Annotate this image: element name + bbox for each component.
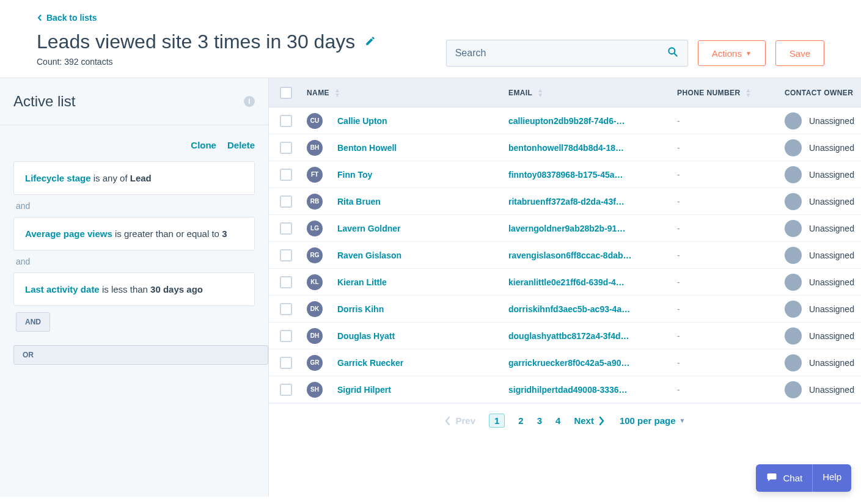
clone-link[interactable]: Clone bbox=[191, 140, 216, 150]
contact-name-link[interactable]: Benton Howell bbox=[337, 143, 397, 153]
contact-email-link[interactable]: douglashyattbc8172a4-3f4d… bbox=[508, 331, 629, 341]
phone-value: - bbox=[677, 250, 680, 260]
edit-icon[interactable] bbox=[365, 35, 376, 49]
add-or-button[interactable]: OR bbox=[13, 345, 268, 365]
owner-value: Unassigned bbox=[809, 224, 854, 233]
pagination-next[interactable]: Next bbox=[574, 415, 605, 426]
phone-value: - bbox=[677, 385, 680, 395]
add-and-button[interactable]: AND bbox=[16, 312, 50, 332]
table-header: NAME ▲▼ EMAIL ▲▼ PHONE NUMBER ▲▼ CONTACT… bbox=[269, 78, 861, 108]
save-button-label: Save bbox=[790, 48, 810, 59]
contact-email-link[interactable]: callieupton2db9b28f-74d6-… bbox=[508, 116, 625, 126]
phone-value: - bbox=[677, 143, 680, 153]
sort-icon: ▲▼ bbox=[745, 88, 751, 98]
back-to-lists-link[interactable]: Back to lists bbox=[37, 13, 97, 23]
svg-line-1 bbox=[674, 54, 676, 56]
help-button[interactable]: Help bbox=[813, 464, 851, 492]
column-email[interactable]: EMAIL ▲▼ bbox=[508, 88, 677, 98]
pagination-page-4[interactable]: 4 bbox=[555, 415, 560, 426]
row-checkbox[interactable] bbox=[280, 222, 292, 235]
contact-name-link[interactable]: Finn Toy bbox=[337, 170, 372, 180]
chat-button[interactable]: Chat bbox=[756, 464, 813, 492]
contact-name-link[interactable]: Raven Gislason bbox=[337, 250, 401, 260]
column-name[interactable]: NAME ▲▼ bbox=[307, 88, 508, 98]
column-phone-label: PHONE NUMBER bbox=[677, 89, 740, 97]
contact-email-link[interactable]: laverngoldner9ab28b2b-91… bbox=[508, 224, 625, 233]
avatar: DK bbox=[307, 301, 323, 317]
contact-name-link[interactable]: Sigrid Hilpert bbox=[337, 385, 391, 395]
contact-email-link[interactable]: kieranlittle0e21ff6d-639d-4… bbox=[508, 277, 625, 287]
phone-value: - bbox=[677, 304, 680, 314]
caret-down-icon: ▼ bbox=[746, 50, 752, 57]
contact-name-link[interactable]: Dorris Kihn bbox=[337, 304, 384, 314]
row-checkbox[interactable] bbox=[280, 330, 292, 342]
column-phone[interactable]: PHONE NUMBER ▲▼ bbox=[677, 88, 785, 98]
search-input-container[interactable] bbox=[446, 40, 688, 67]
connector-and: and bbox=[13, 195, 255, 217]
contact-name-link[interactable]: Rita Bruen bbox=[337, 197, 381, 206]
delete-link[interactable]: Delete bbox=[227, 140, 255, 150]
contact-email-link[interactable]: sigridhilpertdad49008-3336… bbox=[508, 385, 628, 395]
row-checkbox[interactable] bbox=[280, 195, 292, 208]
actions-button-label: Actions bbox=[712, 48, 742, 59]
pagination-page-2[interactable]: 2 bbox=[518, 415, 523, 426]
owner-avatar bbox=[785, 354, 802, 371]
pagination-page-3[interactable]: 3 bbox=[537, 415, 542, 426]
contact-email-link[interactable]: garrickruecker8f0c42a5-a90… bbox=[508, 358, 629, 368]
search-icon bbox=[667, 46, 679, 60]
owner-value: Unassigned bbox=[809, 304, 854, 314]
contact-name-link[interactable]: Callie Upton bbox=[337, 116, 387, 126]
row-checkbox[interactable] bbox=[280, 384, 292, 396]
contact-name-link[interactable]: Garrick Ruecker bbox=[337, 358, 403, 368]
filter-property: Lifecycle stage bbox=[25, 173, 91, 183]
contact-email-link[interactable]: ritabruenff372af8-d2da-43f… bbox=[508, 197, 625, 206]
owner-value: Unassigned bbox=[809, 143, 854, 153]
contact-email-link[interactable]: finntoy08378968-b175-45a… bbox=[508, 170, 623, 180]
avatar: RB bbox=[307, 194, 323, 210]
avatar: LG bbox=[307, 221, 323, 236]
contact-email-link[interactable]: ravengislason6ff8ccac-8dab… bbox=[508, 250, 632, 260]
search-input[interactable] bbox=[455, 48, 667, 59]
row-checkbox[interactable] bbox=[280, 249, 292, 261]
filter-card-lifecycle-stage[interactable]: Lifecycle stage is any of Lead bbox=[13, 161, 255, 195]
owner-avatar bbox=[785, 166, 802, 183]
contact-email-link[interactable]: dorriskihnfd3aec5b-ac93-4a… bbox=[508, 304, 630, 314]
row-checkbox[interactable] bbox=[280, 169, 292, 181]
phone-value: - bbox=[677, 358, 680, 368]
table-row: DK Dorris Kihn dorriskihnfd3aec5b-ac93-4… bbox=[269, 296, 861, 323]
row-checkbox[interactable] bbox=[280, 357, 292, 369]
owner-value: Unassigned bbox=[809, 358, 854, 368]
filter-card-avg-page-views[interactable]: Average page views is greater than or eq… bbox=[13, 217, 255, 250]
select-all-checkbox[interactable] bbox=[280, 87, 292, 99]
row-checkbox[interactable] bbox=[280, 142, 292, 154]
table-row: DH Douglas Hyatt douglashyattbc8172a4-3f… bbox=[269, 323, 861, 349]
row-checkbox[interactable] bbox=[280, 276, 292, 288]
sidebar-title: Active list bbox=[13, 93, 75, 110]
owner-value: Unassigned bbox=[809, 331, 854, 341]
table-row: GR Garrick Ruecker garrickruecker8f0c42a… bbox=[269, 349, 861, 376]
save-button[interactable]: Save bbox=[775, 40, 824, 66]
contact-name-link[interactable]: Douglas Hyatt bbox=[337, 331, 395, 341]
owner-avatar bbox=[785, 381, 802, 398]
contact-email-link[interactable]: bentonhowell78d4b8d4-18… bbox=[508, 143, 624, 153]
actions-button[interactable]: Actions ▼ bbox=[698, 40, 766, 66]
column-owner[interactable]: CONTACT OWNER bbox=[785, 89, 861, 97]
column-owner-label: CONTACT OWNER bbox=[785, 89, 853, 97]
phone-value: - bbox=[677, 170, 680, 180]
table-row: FT Finn Toy finntoy08378968-b175-45a… - … bbox=[269, 161, 861, 188]
filter-value: Lead bbox=[130, 173, 152, 183]
contact-name-link[interactable]: Lavern Goldner bbox=[337, 224, 400, 233]
filter-card-last-activity[interactable]: Last activity date is less than 30 days … bbox=[13, 272, 255, 306]
owner-value: Unassigned bbox=[809, 250, 854, 260]
filter-property: Last activity date bbox=[25, 284, 100, 294]
pagination-page-1[interactable]: 1 bbox=[489, 414, 505, 428]
row-checkbox[interactable] bbox=[280, 303, 292, 315]
caret-down-icon: ▼ bbox=[680, 417, 686, 424]
row-checkbox[interactable] bbox=[280, 115, 292, 127]
back-link-label: Back to lists bbox=[46, 13, 97, 23]
per-page-select[interactable]: 100 per page ▼ bbox=[620, 415, 686, 426]
chevron-right-icon bbox=[598, 416, 605, 426]
info-icon[interactable]: i bbox=[244, 96, 255, 107]
sort-icon: ▲▼ bbox=[537, 88, 543, 98]
contact-name-link[interactable]: Kieran Little bbox=[337, 277, 387, 287]
